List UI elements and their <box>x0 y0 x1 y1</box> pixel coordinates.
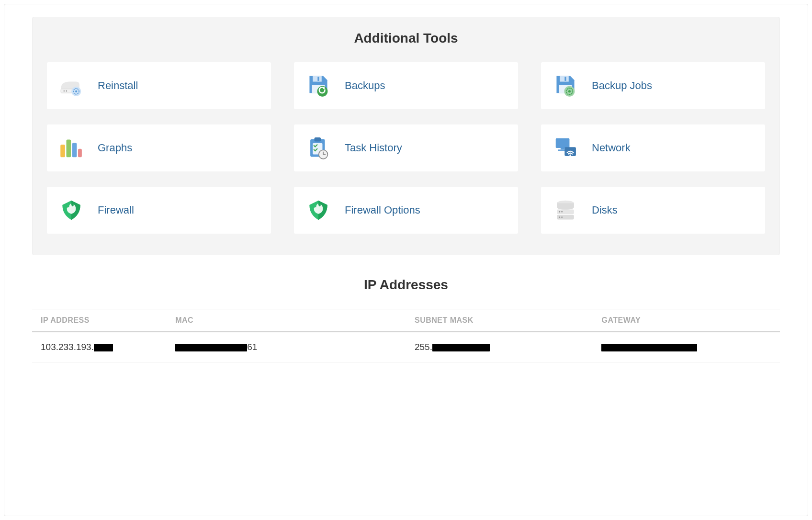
redacted-block <box>175 344 247 351</box>
tool-card-firewall[interactable]: Firewall <box>47 187 271 234</box>
svg-point-5 <box>75 90 77 92</box>
tool-label: Disks <box>592 204 618 216</box>
svg-rect-6 <box>313 76 322 82</box>
firewall-icon <box>57 196 85 224</box>
svg-point-34 <box>559 216 560 218</box>
svg-rect-11 <box>564 77 566 80</box>
tool-card-disks[interactable]: Disks <box>541 187 765 234</box>
cell-subnet-mask: 255. <box>406 332 593 362</box>
tool-card-graphs[interactable]: Graphs <box>47 124 271 171</box>
col-subnet-mask: SUBNET MASK <box>406 309 593 332</box>
tool-label: Firewall <box>98 204 134 216</box>
svg-point-2 <box>66 90 68 92</box>
graphs-icon <box>57 134 85 162</box>
redacted-block <box>432 344 490 351</box>
tool-card-task-history[interactable]: Task History <box>294 124 518 171</box>
svg-point-1 <box>64 90 65 92</box>
svg-rect-18 <box>72 143 77 158</box>
tool-label: Graphs <box>98 142 132 154</box>
tool-label: Backups <box>345 79 385 92</box>
disks-icon <box>552 196 579 224</box>
svg-rect-24 <box>556 138 570 148</box>
svg-rect-21 <box>315 137 321 141</box>
tool-label: Task History <box>345 142 402 154</box>
backup-jobs-icon <box>552 72 579 100</box>
ip-addresses-table: IP ADDRESS MAC SUBNET MASK GATEWAY 103.2… <box>32 309 780 362</box>
svg-point-32 <box>561 211 563 213</box>
network-icon <box>552 134 579 162</box>
tool-card-backup-jobs[interactable]: Backup Jobs <box>541 62 765 109</box>
page-container: Additional Tools Reinstall <box>4 4 808 516</box>
tool-label: Backup Jobs <box>592 79 652 92</box>
svg-point-31 <box>559 211 560 213</box>
svg-point-35 <box>561 216 563 218</box>
svg-rect-17 <box>67 140 71 158</box>
firewall-options-icon <box>304 196 332 224</box>
tool-card-network[interactable]: Network <box>541 124 765 171</box>
task-history-icon <box>304 134 332 162</box>
tools-grid: Reinstall Backups <box>47 62 765 234</box>
svg-point-15 <box>568 90 571 92</box>
redacted-block <box>601 344 697 351</box>
col-ip-address: IP ADDRESS <box>32 309 167 332</box>
cell-ip-address: 103.233.193. <box>32 332 167 362</box>
col-mac: MAC <box>167 309 406 332</box>
tool-label: Reinstall <box>98 79 138 92</box>
tool-card-firewall-options[interactable]: Firewall Options <box>294 187 518 234</box>
tool-label: Firewall Options <box>345 204 420 216</box>
additional-tools-title: Additional Tools <box>47 31 765 46</box>
svg-rect-7 <box>317 77 319 80</box>
cell-mac: 61 <box>167 332 406 362</box>
tool-label: Network <box>592 142 631 154</box>
svg-point-28 <box>569 155 571 156</box>
svg-rect-16 <box>60 145 65 157</box>
tool-card-backups[interactable]: Backups <box>294 62 518 109</box>
svg-rect-19 <box>78 149 82 158</box>
col-gateway: GATEWAY <box>593 309 780 332</box>
backups-icon <box>304 72 332 100</box>
svg-rect-25 <box>561 148 564 149</box>
svg-rect-10 <box>560 76 569 82</box>
table-row: 103.233.193. 61 255. <box>32 332 780 362</box>
cell-gateway <box>593 332 780 362</box>
additional-tools-panel: Additional Tools Reinstall <box>32 17 780 255</box>
tool-card-reinstall[interactable]: Reinstall <box>47 62 271 109</box>
ip-addresses-title: IP Addresses <box>32 277 780 293</box>
reinstall-icon <box>57 72 85 100</box>
redacted-block <box>94 344 113 351</box>
ip-addresses-section: IP Addresses IP ADDRESS MAC SUBNET MASK … <box>32 277 780 362</box>
